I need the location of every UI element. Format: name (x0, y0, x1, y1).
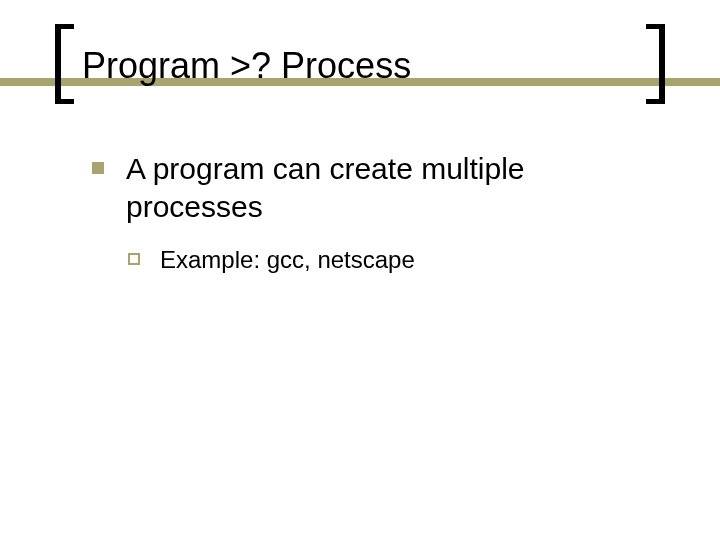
slide-title: Program >? Process (82, 45, 411, 87)
square-bullet-icon (92, 162, 104, 174)
sub-bullet-item: Example: gcc, netscape (128, 245, 640, 275)
slide-body: A program can create multiple processes … (92, 150, 640, 275)
left-bracket-icon (52, 24, 80, 104)
sub-bullet-text: Example: gcc, netscape (160, 245, 415, 275)
slide: Program >? Process A program can create … (0, 0, 720, 540)
bullet-text: A program can create multiple processes (126, 150, 640, 225)
bullet-item: A program can create multiple processes (92, 150, 640, 225)
right-bracket-icon (640, 24, 668, 104)
hollow-bullet-icon (128, 253, 140, 265)
